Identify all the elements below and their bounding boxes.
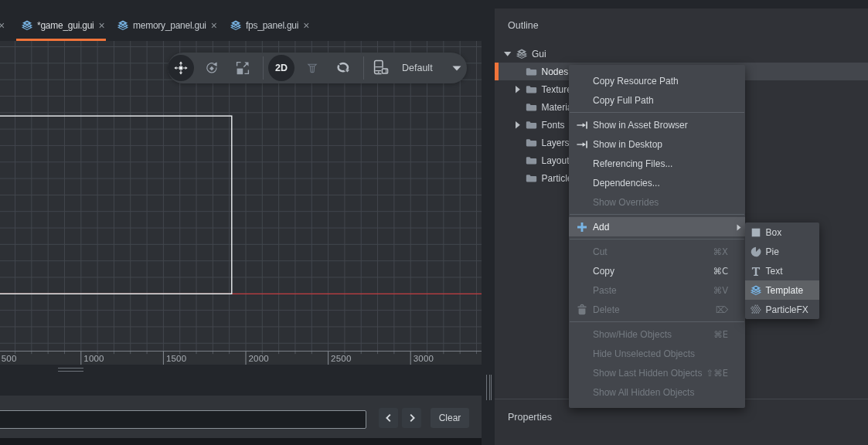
folder-icon — [526, 119, 537, 131]
search-results-bar: Clear — [0, 396, 482, 438]
device-icon — [371, 59, 390, 77]
submenu-item-box[interactable]: Box — [745, 222, 819, 242]
tab-bar: × *game_gui.gui × memory_panel.gui × fps… — [0, 0, 495, 41]
outline-item-label: Gui — [532, 49, 546, 59]
shortcut-hint: ⌘E — [713, 329, 728, 340]
submenu-item-pie[interactable]: Pie — [745, 242, 819, 261]
submenu-item-text[interactable]: Text — [745, 261, 819, 280]
menu-item-show-all-hidden-objects[interactable]: Show All Hidden Objects — [569, 382, 745, 402]
clear-button[interactable]: Clear — [431, 408, 469, 428]
menu-item-label: Delete — [593, 304, 620, 315]
ruler-label: 1000 — [83, 354, 104, 363]
menu-item-delete[interactable]: Delete⌦ — [569, 300, 745, 319]
horizontal-splitter-grip[interactable] — [58, 368, 83, 372]
jump-to-icon — [576, 138, 588, 151]
menu-separator — [569, 212, 745, 217]
shortcut-hint: ⌘V — [713, 285, 728, 296]
menu-item-icon-slot — [750, 242, 762, 261]
toolbar-separator — [363, 56, 364, 80]
menu-item-label: Show/Hide Objects — [593, 329, 672, 340]
submenu-arrow-icon — [737, 224, 741, 231]
submenu-item-label: Template — [766, 285, 804, 296]
tab-fps-panel[interactable]: fps_panel.gui × — [225, 16, 309, 35]
menu-item-referencing-files[interactable]: Referencing Files... — [569, 154, 745, 173]
context-menu: Copy Resource Path Copy Full Path Show i… — [569, 65, 745, 408]
menu-item-dependencies[interactable]: Dependencies... — [569, 173, 745, 192]
layout-select-label[interactable]: Default — [402, 53, 433, 83]
menu-item-icon-slot — [750, 280, 762, 300]
add-submenu: Box Pie Text Template ParticleFX — [745, 222, 819, 319]
menu-item-icon-slot — [575, 134, 589, 154]
expand-arrow-icon[interactable] — [516, 86, 520, 93]
caret-icon — [452, 66, 461, 71]
vertical-splitter-grip[interactable] — [486, 375, 492, 400]
tab-game-gui[interactable]: *game_gui.gui × — [16, 16, 105, 35]
close-icon[interactable]: × — [0, 20, 5, 31]
bottom-panel-tab-strip: s — [0, 365, 482, 396]
ruler-label: 1500 — [166, 354, 186, 363]
menu-item-label: Paste — [593, 285, 617, 296]
move-icon — [174, 61, 188, 75]
menu-item-show-in-desktop[interactable]: Show in Desktop — [569, 134, 745, 154]
gui-scene-icon — [516, 48, 528, 60]
close-icon[interactable]: × — [98, 20, 104, 31]
tab-label: *game_gui.gui — [37, 20, 94, 31]
menu-item-label: Show Last Hidden Objects — [593, 368, 702, 379]
template-icon — [750, 284, 762, 297]
menu-item-add[interactable]: Add — [569, 217, 745, 236]
menu-item-label: Show in Asset Browser — [593, 120, 688, 131]
jump-to-icon — [576, 119, 588, 131]
chevron-left-icon — [383, 412, 395, 424]
outline-panel-title: Outline — [508, 20, 539, 31]
menu-item-label: Hide Unselected Objects — [593, 348, 695, 359]
horizontal-ruler: 50010001500200025003000 — [0, 351, 482, 365]
expand-arrow-icon[interactable] — [516, 121, 520, 129]
menu-item-copy-resource-path[interactable]: Copy Resource Path — [569, 71, 745, 90]
menu-item-label: Show in Desktop — [593, 139, 662, 150]
menu-item-label: Show All Hidden Objects — [593, 387, 694, 398]
tab-memory-panel[interactable]: memory_panel.gui × — [112, 16, 217, 35]
menu-item-show-overrides[interactable]: Show Overrides — [569, 192, 745, 212]
menu-item-paste[interactable]: Paste⌘V — [569, 280, 745, 300]
menu-separator — [569, 236, 745, 242]
perspective-camera-button[interactable] — [299, 55, 325, 81]
menu-item-cut[interactable]: Cut⌘X — [569, 242, 745, 261]
search-input[interactable] — [0, 410, 366, 429]
menu-item-copy[interactable]: Copy⌘C — [569, 261, 745, 280]
2d-mode-button[interactable]: 2D — [268, 55, 294, 81]
chevron-down-icon[interactable] — [452, 66, 461, 71]
menu-item-show-hide-objects[interactable]: Show/Hide Objects⌘E — [569, 324, 745, 344]
orbit-camera-button[interactable] — [330, 55, 356, 81]
move-tool-button[interactable] — [168, 55, 194, 81]
scale-tool-button[interactable] — [230, 55, 256, 81]
gui-scene-bounds — [0, 116, 232, 294]
submenu-item-particlefx[interactable]: ParticleFX — [745, 300, 819, 319]
submenu-item-label: ParticleFX — [766, 304, 808, 315]
menu-item-copy-full-path[interactable]: Copy Full Path — [569, 90, 745, 110]
menu-item-icon-slot — [750, 222, 762, 242]
scene-toolbar: 2D Default — [168, 53, 467, 83]
outline-item-label: Nodes — [542, 66, 569, 77]
menu-item-icon-slot — [575, 300, 589, 319]
outline-item-gui[interactable]: Gui — [495, 45, 868, 63]
chevron-right-icon — [406, 412, 418, 424]
pie-icon — [750, 246, 762, 258]
menu-item-label: Copy Resource Path — [593, 76, 679, 87]
submenu-item-label: Box — [766, 227, 782, 238]
folder-icon — [526, 66, 537, 77]
menu-item-show-last-hidden-objects[interactable]: Show Last Hidden Objects⇧⌘E — [569, 363, 745, 382]
toolbar-separator — [263, 56, 264, 80]
frustum-icon — [305, 61, 319, 75]
scene-canvas[interactable]: 2D Default — [0, 41, 482, 351]
submenu-item-label: Text — [766, 266, 783, 277]
close-icon[interactable]: × — [303, 20, 309, 31]
collapse-arrow-icon[interactable] — [504, 52, 512, 56]
folder-icon — [526, 83, 537, 95]
rotate-tool-button[interactable] — [199, 55, 225, 81]
close-icon[interactable]: × — [211, 20, 217, 31]
menu-item-show-in-asset-browser[interactable]: Show in Asset Browser — [569, 115, 745, 134]
submenu-item-template[interactable]: Template — [745, 280, 819, 300]
previous-result-button[interactable] — [379, 408, 398, 428]
next-result-button[interactable] — [402, 408, 421, 428]
menu-item-hide-unselected-objects[interactable]: Hide Unselected Objects — [569, 344, 745, 363]
